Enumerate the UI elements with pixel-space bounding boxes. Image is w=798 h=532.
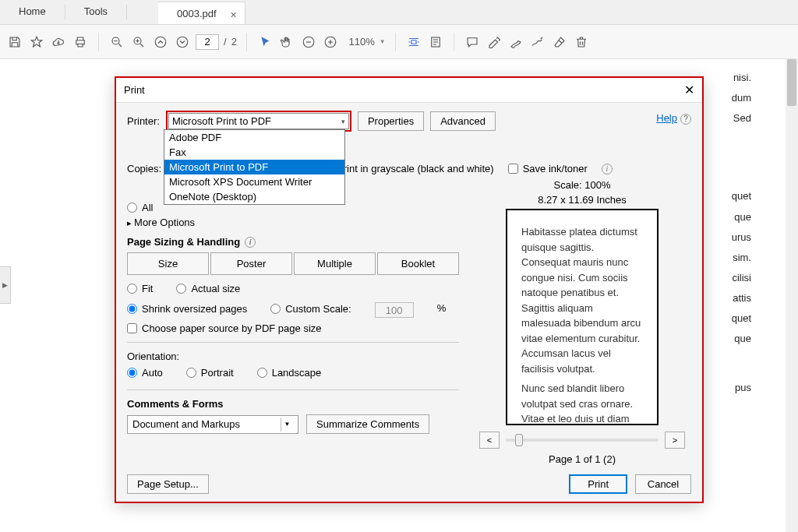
- page-separator: /: [224, 36, 227, 48]
- zoom-minus-icon[interactable]: [300, 33, 317, 51]
- print-button[interactable]: Print: [569, 474, 627, 494]
- cancel-button[interactable]: Cancel: [635, 474, 691, 494]
- tab-document-label: 0003.pdf: [177, 8, 217, 19]
- chevron-down-icon: ▼: [281, 417, 293, 432]
- page-down-icon[interactable]: [174, 33, 191, 51]
- summarize-comments-button[interactable]: Summarize Comments: [306, 414, 429, 434]
- printer-option[interactable]: Microsoft XPS Document Writer: [164, 174, 344, 189]
- sizing-section-title: Page Sizing & Handlingi: [127, 236, 459, 248]
- grayscale-label: Print in grayscale (black and white): [337, 163, 494, 174]
- printer-dropdown-list: Adobe PDF Fax Microsoft Print to PDF Mic…: [164, 129, 345, 205]
- pointer-icon[interactable]: [256, 33, 274, 51]
- portrait-label: Portrait: [201, 367, 234, 379]
- paper-source-label: Choose paper source by PDF page size: [142, 322, 322, 334]
- size-tab[interactable]: Size: [127, 252, 209, 275]
- svg-point-3: [177, 37, 188, 48]
- tab-home[interactable]: Home: [0, 0, 65, 24]
- erase-icon[interactable]: [551, 33, 568, 51]
- preview-dimensions: 8.27 x 11.69 Inches: [473, 194, 691, 206]
- dialog-title: Print: [124, 84, 145, 96]
- orientation-landscape-radio[interactable]: Landscape: [257, 367, 322, 379]
- comments-combo[interactable]: Document and Markups ▼: [127, 415, 298, 434]
- booklet-tab[interactable]: Booklet: [377, 252, 459, 275]
- help-link[interactable]: Help?: [656, 112, 691, 125]
- hand-icon[interactable]: [278, 33, 295, 51]
- preview-slider[interactable]: [506, 439, 659, 442]
- shrink-label: Shrink oversized pages: [142, 303, 247, 315]
- comment-icon[interactable]: [464, 33, 481, 51]
- close-tab-icon[interactable]: ×: [230, 9, 236, 21]
- fit-radio[interactable]: Fit: [127, 283, 153, 294]
- tab-document[interactable]: 0003.pdf ×: [158, 2, 245, 24]
- more-options-toggle[interactable]: More Options: [127, 217, 459, 228]
- page-setup-button[interactable]: Page Setup...: [127, 474, 209, 494]
- sign-icon[interactable]: [529, 33, 546, 51]
- star-icon[interactable]: [28, 33, 45, 51]
- printer-select-highlight: Microsoft Print to PDF ▾: [166, 111, 351, 132]
- advanced-button[interactable]: Advanced: [430, 111, 496, 131]
- info-icon[interactable]: i: [245, 237, 256, 248]
- toolbar-separator: [395, 33, 396, 51]
- highlight-icon[interactable]: [486, 33, 503, 51]
- comments-section-title: Comments & Forms: [127, 398, 459, 410]
- left-panel-toggle[interactable]: ▶: [0, 266, 11, 304]
- dialog-close-button[interactable]: ✕: [684, 83, 694, 97]
- zoom-out-icon[interactable]: [108, 33, 125, 51]
- print-preview: Scale: 100% 8.27 x 11.69 Inches Habitass…: [473, 179, 691, 468]
- shrink-radio[interactable]: Shrink oversized pages: [127, 302, 247, 315]
- preview-next-button[interactable]: >: [665, 432, 685, 449]
- actual-size-label: Actual size: [191, 283, 240, 294]
- printer-select[interactable]: Microsoft Print to PDF ▾: [168, 113, 349, 129]
- print-icon[interactable]: [72, 33, 89, 51]
- paper-source-checkbox[interactable]: Choose paper source by PDF page size: [127, 322, 459, 334]
- comments-combo-value: Document and Markups: [132, 418, 240, 430]
- zoom-plus-icon[interactable]: [322, 33, 339, 51]
- divider: [127, 342, 459, 343]
- draw-icon[interactable]: [507, 33, 524, 51]
- save-ink-checkbox[interactable]: Save ink/toner: [508, 163, 588, 174]
- orientation-portrait-radio[interactable]: Portrait: [186, 367, 234, 379]
- info-icon[interactable]: i: [602, 164, 613, 174]
- tabs-bar: Home Tools 0003.pdf ×: [0, 0, 798, 25]
- orientation-title: Orientation:: [127, 351, 459, 362]
- grayscale-checkbox[interactable]: Print in grayscale (black and white): [322, 163, 494, 174]
- custom-label: Custom Scale:: [285, 303, 351, 315]
- preview-prev-button[interactable]: <: [479, 432, 500, 449]
- sizing-button-group: Size Poster Multiple Booklet: [127, 252, 459, 275]
- custom-scale-radio[interactable]: Custom Scale:: [270, 302, 351, 315]
- print-dialog: Print ✕ Printer: Microsoft Print to PDF …: [115, 76, 704, 503]
- zoom-in-icon[interactable]: [130, 33, 147, 51]
- properties-button[interactable]: Properties: [358, 111, 424, 131]
- tab-tools[interactable]: Tools: [65, 0, 126, 24]
- preview-page-thumbnail: Habitasse platea dictumst quisque sagitt…: [506, 209, 659, 425]
- zoom-dropdown-icon[interactable]: ▼: [380, 38, 386, 45]
- printer-selected-value: Microsoft Print to PDF: [172, 115, 271, 127]
- printer-option[interactable]: Fax: [164, 145, 344, 160]
- divider: [127, 389, 459, 390]
- page-number-input[interactable]: [196, 34, 219, 50]
- orientation-auto-radio[interactable]: Auto: [127, 367, 163, 379]
- fit-label: Fit: [142, 283, 153, 294]
- actual-size-radio[interactable]: Actual size: [176, 283, 240, 294]
- toolbar-separator: [246, 33, 247, 51]
- printer-option[interactable]: OneNote (Desktop): [164, 189, 344, 204]
- cloud-icon[interactable]: [50, 33, 67, 51]
- scrollbar-thumb[interactable]: [787, 59, 796, 106]
- save-icon[interactable]: [6, 33, 23, 51]
- fit-width-icon[interactable]: [405, 33, 422, 51]
- all-pages-label: All: [142, 202, 153, 213]
- printer-option[interactable]: Microsoft Print to PDF: [164, 160, 344, 174]
- preview-page-of: Page 1 of 1 (2): [473, 453, 691, 465]
- custom-scale-input[interactable]: [375, 302, 414, 318]
- poster-tab[interactable]: Poster: [210, 252, 292, 275]
- page-up-icon[interactable]: [152, 33, 169, 51]
- delete-icon[interactable]: [573, 33, 590, 51]
- slider-thumb[interactable]: [515, 434, 523, 446]
- printer-option[interactable]: Adobe PDF: [164, 130, 344, 145]
- toolbar-separator: [454, 33, 454, 51]
- page-navigation: / 2: [152, 33, 237, 51]
- landscape-label: Landscape: [272, 367, 322, 379]
- page-view-icon[interactable]: [427, 33, 444, 51]
- vertical-scrollbar[interactable]: [786, 59, 798, 532]
- multiple-tab[interactable]: Multiple: [294, 252, 376, 275]
